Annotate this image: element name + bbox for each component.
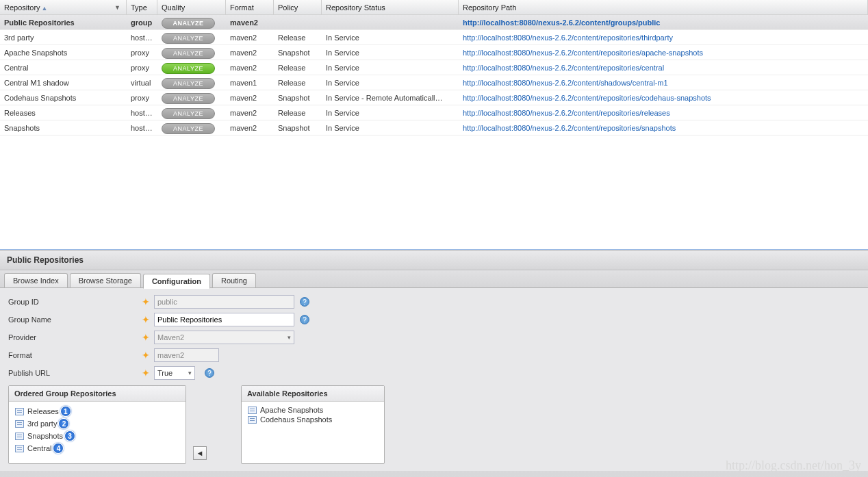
list-item[interactable]: Apache Snapshots bbox=[245, 405, 381, 415]
list-item[interactable]: Snapshots3 bbox=[12, 430, 182, 442]
help-icon[interactable]: ? bbox=[205, 368, 214, 378]
select-publish-url[interactable]: True▾ bbox=[154, 366, 195, 380]
repository-path-link[interactable]: http://localhost:8080/nexus-2.6.2/conten… bbox=[463, 94, 711, 102]
grid-body: Public RepositoriesgroupANALYZEmaven2htt… bbox=[0, 15, 868, 136]
help-icon[interactable]: ? bbox=[300, 297, 309, 307]
required-icon: ✦ bbox=[142, 296, 150, 307]
list-item-label: Codehaus Snapshots bbox=[260, 415, 332, 424]
grid-header: Repository▲ ▼ Type Quality Format Policy… bbox=[0, 0, 868, 15]
shuttle-buttons: ◄ bbox=[193, 385, 207, 464]
column-header-policy[interactable]: Policy bbox=[274, 0, 322, 14]
repository-icon bbox=[15, 433, 24, 440]
analyze-button[interactable]: ANALYZE bbox=[162, 93, 215, 104]
cell-path: http://localhost:8080/nexus-2.6.2/conten… bbox=[459, 105, 868, 120]
repository-path-link[interactable]: http://localhost:8080/nexus-2.6.2/conten… bbox=[463, 109, 670, 117]
cell-policy: Release bbox=[274, 75, 322, 90]
repository-path-link[interactable]: http://localhost:8080/nexus-2.6.2/conten… bbox=[463, 18, 661, 27]
analyze-button[interactable]: ANALYZE bbox=[162, 123, 215, 134]
label-format: Format bbox=[8, 351, 142, 359]
label-provider: Provider bbox=[8, 333, 142, 341]
available-list[interactable]: Apache SnapshotsCodehaus Snapshots bbox=[242, 402, 384, 463]
analyze-button[interactable]: ANALYZE bbox=[162, 108, 215, 119]
list-item[interactable]: Central4 bbox=[12, 442, 182, 454]
repository-path-link[interactable]: http://localhost:8080/nexus-2.6.2/conten… bbox=[463, 79, 668, 87]
tab-bar: Browse IndexBrowse StorageConfigurationR… bbox=[0, 270, 868, 288]
cell-path: http://localhost:8080/nexus-2.6.2/conten… bbox=[459, 75, 868, 90]
cell-type: group bbox=[127, 15, 157, 29]
cell-repository: Central bbox=[0, 60, 127, 75]
cell-type: hosted bbox=[127, 105, 157, 120]
tab-routing[interactable]: Routing bbox=[212, 273, 256, 287]
table-row[interactable]: Public RepositoriesgroupANALYZEmaven2htt… bbox=[0, 15, 868, 30]
sort-asc-icon: ▲ bbox=[42, 5, 48, 12]
cell-format: maven2 bbox=[226, 45, 274, 60]
cell-quality: ANALYZE bbox=[157, 105, 226, 120]
chevron-down-icon: ▾ bbox=[188, 370, 192, 376]
repository-icon bbox=[15, 445, 24, 452]
repository-path-link[interactable]: http://localhost:8080/nexus-2.6.2/conten… bbox=[463, 49, 703, 57]
cell-type: proxy bbox=[127, 60, 157, 75]
list-item-label: 3rd party bbox=[27, 420, 57, 428]
table-row[interactable]: ReleaseshostedANALYZEmaven2ReleaseIn Ser… bbox=[0, 105, 868, 120]
table-row[interactable]: 3rd partyhostedANALYZEmaven2ReleaseIn Se… bbox=[0, 30, 868, 45]
label-publish-url: Publish URL bbox=[8, 369, 142, 377]
ordered-list[interactable]: Releases13rd party2Snapshots3Central4 bbox=[9, 402, 186, 463]
cell-status: In Service bbox=[322, 120, 459, 135]
cell-policy: Snapshot bbox=[274, 90, 322, 105]
chevron-down-icon[interactable]: ▼ bbox=[114, 0, 120, 14]
repository-path-link[interactable]: http://localhost:8080/nexus-2.6.2/conten… bbox=[463, 34, 673, 42]
column-header-quality[interactable]: Quality bbox=[157, 0, 226, 14]
list-item-label: Apache Snapshots bbox=[260, 406, 323, 414]
cell-quality: ANALYZE bbox=[157, 120, 226, 135]
select-provider: Maven2▾ bbox=[154, 331, 294, 344]
tab-browse-storage[interactable]: Browse Storage bbox=[70, 273, 141, 287]
cell-quality: ANALYZE bbox=[157, 60, 226, 75]
table-row[interactable]: SnapshotshostedANALYZEmaven2SnapshotIn S… bbox=[0, 120, 868, 136]
cell-policy: Snapshot bbox=[274, 120, 322, 135]
cell-type: proxy bbox=[127, 90, 157, 105]
cell-repository: Public Repositories bbox=[0, 15, 127, 29]
column-header-type[interactable]: Type bbox=[127, 0, 157, 14]
help-icon[interactable]: ? bbox=[300, 315, 309, 324]
table-row[interactable]: CentralproxyANALYZEmaven2ReleaseIn Servi… bbox=[0, 60, 868, 75]
required-icon: ✦ bbox=[142, 332, 150, 343]
repository-path-link[interactable]: http://localhost:8080/nexus-2.6.2/conten… bbox=[463, 124, 676, 132]
cell-quality: ANALYZE bbox=[157, 30, 226, 44]
cell-policy: Snapshot bbox=[274, 45, 322, 60]
table-row[interactable]: Codehaus SnapshotsproxyANALYZEmaven2Snap… bbox=[0, 90, 868, 105]
tab-browse-index[interactable]: Browse Index bbox=[4, 273, 68, 287]
cell-status: In Service bbox=[322, 75, 459, 90]
tab-configuration[interactable]: Configuration bbox=[143, 274, 210, 289]
cell-repository: Apache Snapshots bbox=[0, 45, 127, 60]
analyze-button[interactable]: ANALYZE bbox=[162, 63, 215, 74]
list-item[interactable]: 3rd party2 bbox=[12, 417, 182, 430]
analyze-button[interactable]: ANALYZE bbox=[162, 33, 215, 44]
table-row[interactable]: Central M1 shadowvirtualANALYZEmaven1Rel… bbox=[0, 75, 868, 90]
cell-repository: Codehaus Snapshots bbox=[0, 90, 127, 105]
cell-format: maven2 bbox=[226, 60, 274, 75]
label-group-id: Group ID bbox=[8, 298, 142, 306]
list-item[interactable]: Releases1 bbox=[12, 405, 182, 417]
order-badge: 2 bbox=[58, 418, 69, 429]
cell-quality: ANALYZE bbox=[157, 75, 226, 90]
order-badge: 1 bbox=[60, 406, 71, 417]
column-header-repository[interactable]: Repository▲ ▼ bbox=[0, 0, 127, 14]
analyze-button[interactable]: ANALYZE bbox=[162, 78, 215, 89]
input-group-id bbox=[154, 295, 294, 309]
column-header-path[interactable]: Repository Path bbox=[459, 0, 868, 14]
column-header-status[interactable]: Repository Status bbox=[322, 0, 459, 14]
table-row[interactable]: Apache SnapshotsproxyANALYZEmaven2Snapsh… bbox=[0, 45, 868, 60]
cell-quality: ANALYZE bbox=[157, 15, 226, 29]
repository-path-link[interactable]: http://localhost:8080/nexus-2.6.2/conten… bbox=[463, 64, 664, 72]
input-group-name[interactable] bbox=[154, 313, 294, 326]
analyze-button[interactable]: ANALYZE bbox=[162, 18, 215, 29]
move-left-button[interactable]: ◄ bbox=[193, 446, 207, 460]
label-group-name: Group Name bbox=[8, 315, 142, 324]
cell-status: In Service bbox=[322, 60, 459, 75]
analyze-button[interactable]: ANALYZE bbox=[162, 48, 215, 59]
cell-type: proxy bbox=[127, 45, 157, 60]
repository-icon bbox=[248, 416, 257, 424]
column-header-format[interactable]: Format bbox=[226, 0, 274, 14]
required-icon: ✦ bbox=[142, 368, 150, 378]
list-item[interactable]: Codehaus Snapshots bbox=[245, 415, 381, 424]
